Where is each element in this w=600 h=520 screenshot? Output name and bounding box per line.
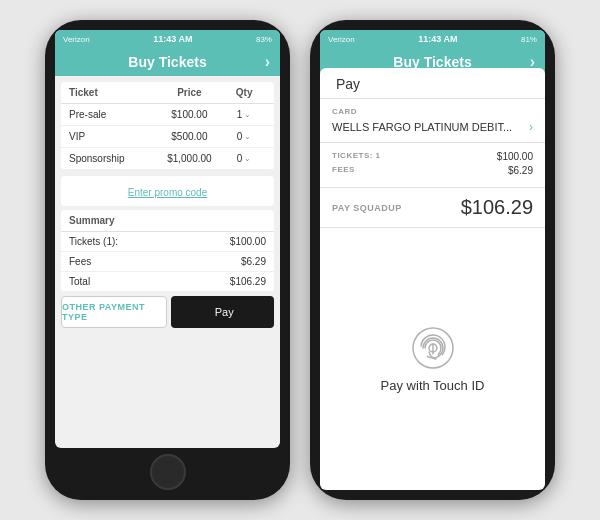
left-applepay-button[interactable]: Pay	[171, 296, 275, 328]
left-qty-chevron-2[interactable]: ⌄	[244, 154, 251, 163]
left-ticket-table: Ticket Price Qty Pre-sale $100.00 1 ⌄ VI…	[61, 82, 274, 170]
left-promo-section: Enter promo code	[61, 176, 274, 206]
applepay-card-name: WELLS FARGO PLATINUM DEBIT...	[332, 121, 512, 133]
left-summary-value-0: $100.00	[230, 236, 266, 247]
left-summary-value-1: $6.29	[241, 256, 266, 267]
left-phone: Verizon 11:43 AM 83% Buy Tickets › Ticke…	[45, 20, 290, 500]
right-status-bar: Verizon 11:43 AM 81%	[320, 30, 545, 48]
applepay-pay-row: PAY SQUADUP $106.29	[320, 188, 545, 228]
left-other-payment-button[interactable]: OTHER PAYMENT TYPE	[61, 296, 167, 328]
left-applepay-text: Pay	[215, 306, 234, 318]
left-ticket-qty-0[interactable]: 1 ⌄	[222, 109, 266, 120]
left-ticket-row-2: Sponsorship $1,000.00 0 ⌄	[61, 148, 274, 170]
left-qty-chevron-1[interactable]: ⌄	[244, 132, 251, 141]
right-carrier: Verizon	[328, 35, 355, 44]
applepay-pay-amount: $106.29	[461, 196, 533, 219]
applepay-line-label-0: TICKETS: 1	[332, 151, 381, 162]
left-col-price-header: Price	[157, 87, 223, 98]
left-ticket-qty-1[interactable]: 0 ⌄	[222, 131, 266, 142]
left-col-qty-header: Qty	[222, 87, 266, 98]
left-summary-label-0: Tickets (1):	[69, 236, 118, 247]
phones-container: Verizon 11:43 AM 83% Buy Tickets › Ticke…	[25, 0, 575, 520]
left-nav-title: Buy Tickets	[128, 54, 206, 70]
applepay-line-value-1: $6.29	[508, 165, 533, 176]
left-ticket-name-2: Sponsorship	[69, 153, 157, 164]
applepay-header: Pay	[320, 68, 545, 99]
left-status-bar: Verizon 11:43 AM 83%	[55, 30, 280, 48]
left-promo-link[interactable]: Enter promo code	[128, 187, 208, 198]
left-ticket-row-0: Pre-sale $100.00 1 ⌄	[61, 104, 274, 126]
left-summary-row-0: Tickets (1): $100.00	[61, 232, 274, 252]
left-summary-section: Summary Tickets (1): $100.00 Fees $6.29 …	[61, 210, 274, 292]
left-ticket-name-0: Pre-sale	[69, 109, 157, 120]
left-ticket-name-1: VIP	[69, 131, 157, 142]
left-ticket-price-0: $100.00	[157, 109, 223, 120]
touch-id-icon[interactable]	[411, 326, 455, 370]
applepay-pay-label: PAY SQUADUP	[332, 203, 402, 213]
right-time: 11:43 AM	[418, 34, 457, 44]
left-summary-value-2: $106.29	[230, 276, 266, 287]
left-summary-label-2: Total	[69, 276, 90, 287]
left-nav-bar: Buy Tickets ›	[55, 48, 280, 76]
applepay-header-text: Pay	[336, 76, 360, 92]
applepay-card-chevron-icon[interactable]: ›	[529, 120, 533, 134]
left-screen: Verizon 11:43 AM 83% Buy Tickets › Ticke…	[55, 30, 280, 448]
left-summary-label-1: Fees	[69, 256, 91, 267]
applepay-overlay: Pay CARD WELLS FARGO PLATINUM DEBIT... ›…	[320, 68, 545, 448]
right-phone: Verizon 11:43 AM 81% Buy Tickets › Ticke…	[310, 20, 555, 500]
applepay-line-value-0: $100.00	[497, 151, 533, 162]
right-screen: Verizon 11:43 AM 81% Buy Tickets › Ticke…	[320, 30, 545, 448]
left-ticket-price-2: $1,000.00	[157, 153, 223, 164]
left-ticket-qty-2[interactable]: 0 ⌄	[222, 153, 266, 164]
applepay-card-label: CARD	[332, 107, 533, 116]
left-home-button[interactable]	[150, 454, 186, 490]
left-ticket-price-1: $500.00	[157, 131, 223, 142]
left-qty-chevron-0[interactable]: ⌄	[244, 110, 251, 119]
left-summary-header: Summary	[61, 210, 274, 232]
applepay-line-items: TICKETS: 1 $100.00 FEES $6.29	[320, 143, 545, 188]
applepay-line-item-1: FEES $6.29	[332, 165, 533, 176]
applepay-card-section: CARD WELLS FARGO PLATINUM DEBIT... ›	[320, 99, 545, 143]
applepay-card-row[interactable]: WELLS FARGO PLATINUM DEBIT... ›	[332, 120, 533, 134]
left-ticket-row-1: VIP $500.00 0 ⌄	[61, 126, 274, 148]
left-col-ticket-header: Ticket	[69, 87, 157, 98]
left-summary-row-2: Total $106.29	[61, 272, 274, 292]
left-carrier: Verizon	[63, 35, 90, 44]
right-battery: 81%	[521, 35, 537, 44]
left-nav-arrow[interactable]: ›	[265, 53, 270, 71]
left-bottom-buttons: OTHER PAYMENT TYPE Pay	[61, 296, 274, 328]
applepay-line-label-1: FEES	[332, 165, 355, 176]
touch-id-section[interactable]: Pay with Touch ID	[320, 228, 545, 448]
left-ticket-header: Ticket Price Qty	[61, 82, 274, 104]
left-time: 11:43 AM	[153, 34, 192, 44]
left-battery: 83%	[256, 35, 272, 44]
touch-id-label: Pay with Touch ID	[381, 378, 485, 393]
applepay-line-item-0: TICKETS: 1 $100.00	[332, 151, 533, 162]
left-summary-row-1: Fees $6.29	[61, 252, 274, 272]
